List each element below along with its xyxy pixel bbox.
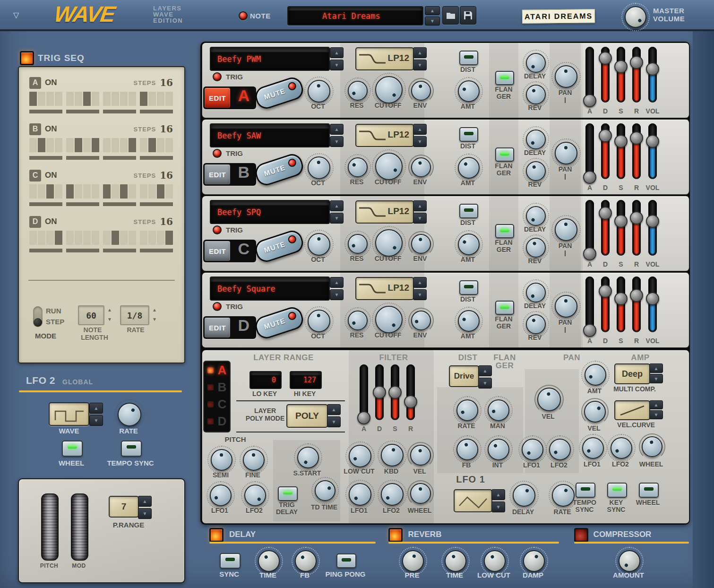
filter-type-down[interactable]: ▼ [413,60,427,70]
delay-send-knob[interactable] [526,53,546,73]
cutoff-knob[interactable] [375,229,403,257]
dist-button[interactable] [459,204,478,218]
seq-step[interactable] [92,138,99,152]
release-slider-track[interactable] [632,200,641,256]
filter-low-cut-knob[interactable] [349,445,371,467]
oct-knob[interactable] [308,233,330,256]
pan-knob[interactable] [555,295,577,318]
dist-button[interactable] [459,280,478,295]
filter-type-display[interactable]: LP12 [355,47,414,70]
seq-step[interactable] [112,92,119,106]
seq-step[interactable] [120,138,128,152]
amp-lfo2-knob[interactable] [611,437,632,459]
pitch-wheel[interactable] [41,493,59,561]
edit-button[interactable]: EDIT [205,318,230,337]
compressor-amount-knob[interactable] [619,550,640,572]
sustain-slider-track[interactable] [617,123,625,179]
res-knob[interactable] [348,157,368,177]
rate-up[interactable]: ▲ [149,305,160,314]
delay-enable-led[interactable] [209,528,224,542]
release-slider-track[interactable] [632,123,641,179]
decay-slider-track[interactable] [601,123,610,179]
flanger-button[interactable] [495,224,514,238]
ping-pong-button[interactable] [336,553,356,568]
pan-lfo1-knob[interactable] [522,439,543,460]
master-volume-knob[interactable] [625,6,646,28]
lfo1-wave-display[interactable] [454,489,492,512]
cutoff-knob[interactable] [375,76,403,104]
lfo2-tempo-sync-button[interactable] [121,441,142,457]
layer-select-b[interactable]: B [204,380,230,396]
env-knob[interactable] [411,157,431,177]
filter-type-down[interactable]: ▼ [413,213,427,224]
dist-button[interactable] [459,127,478,142]
seq-step[interactable] [157,138,164,152]
seq-step-grid[interactable] [29,184,173,199]
seq-step[interactable] [92,92,99,106]
pitch-semi-knob[interactable] [211,449,232,471]
steps-value[interactable]: 16 [160,216,173,227]
seq-step[interactable] [75,138,82,152]
flanger-rate-knob[interactable] [456,399,478,421]
layer-name-display[interactable]: Beefy SPQ [210,200,330,224]
res-knob[interactable] [348,234,368,254]
seq-step[interactable] [103,231,111,245]
filter-type-up[interactable]: ▲ [413,200,427,211]
lfo1-wave-up[interactable]: ▲ [491,489,505,500]
release-slider-track[interactable] [632,47,641,103]
seq-step[interactable] [129,231,136,245]
seq-step[interactable] [140,92,147,106]
dist-amt-knob[interactable] [458,80,480,102]
reverb-pre-knob[interactable] [402,550,424,572]
lfo1-tempo-sync-button[interactable] [576,483,595,498]
dist-amt-knob[interactable] [458,157,480,179]
poly-mode-value[interactable]: POLY [286,404,328,428]
volume-slider-track[interactable] [648,123,657,179]
res-knob[interactable] [348,311,368,330]
seq-step[interactable] [140,184,147,199]
load-preset-button[interactable] [442,6,459,25]
delay-send-knob[interactable] [526,130,546,149]
seq-step[interactable] [157,92,164,106]
decay-slider-track[interactable] [601,277,610,332]
seq-step[interactable] [83,138,91,152]
preset-down-button[interactable]: ▼ [425,17,440,26]
layer-name-up[interactable]: ▲ [330,200,344,211]
volume-slider-track[interactable] [648,47,657,103]
seq-step[interactable] [157,184,164,199]
layer-name-up[interactable]: ▲ [330,47,344,58]
sustain-slider-track[interactable] [617,277,625,332]
amp-amt-knob[interactable] [585,364,606,386]
filter-vel-knob[interactable] [410,445,431,466]
seq-step[interactable] [55,138,62,152]
note-length-value[interactable]: 60 [78,305,104,325]
layer-select-d[interactable]: D [204,414,230,430]
seq-step[interactable] [129,184,136,199]
reverb-enable-led[interactable] [388,528,403,542]
reverb-damp-knob[interactable] [523,550,545,572]
seq-step[interactable] [38,184,45,199]
delay-send-knob[interactable] [526,283,546,303]
seq-step[interactable] [29,184,37,199]
decay-slider-track[interactable] [601,47,610,103]
seq-step[interactable] [38,138,45,152]
mute-button[interactable]: MUTE [253,151,306,188]
pan-knob[interactable] [555,218,577,241]
lfo1-rate-knob[interactable] [552,484,575,507]
lfo1-wave-down[interactable]: ▼ [491,502,505,512]
dist-type-down[interactable]: ▼ [478,378,492,389]
steps-value[interactable]: 16 [160,123,173,135]
amp-vel-knob[interactable] [584,401,606,423]
seq-step[interactable] [165,231,173,245]
flanger-fb-knob[interactable] [456,439,478,460]
seq-row-state[interactable]: ON [45,78,57,87]
dist-amt-knob[interactable] [458,310,480,332]
dist-type-up[interactable]: ▲ [478,365,492,376]
volume-slider-track[interactable] [648,200,657,256]
dist-type-value[interactable]: Drive [449,365,479,387]
rate-value[interactable]: 1/8 [120,305,149,325]
seq-step[interactable] [103,92,111,106]
res-knob[interactable] [348,81,368,101]
save-preset-button[interactable] [460,6,476,25]
seq-step[interactable] [66,184,74,199]
